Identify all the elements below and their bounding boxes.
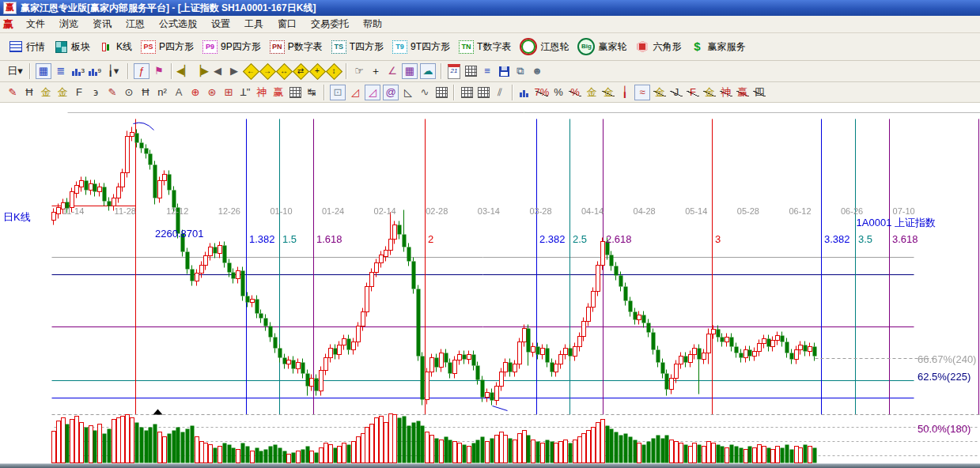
market-quotes-button[interactable]: 行情 — [5, 38, 49, 55]
calculator-button[interactable] — [463, 63, 479, 79]
width-adjust-button[interactable]: ↹ — [304, 85, 320, 100]
erase-angle-button[interactable]: A — [171, 85, 187, 100]
stat-bars-button[interactable] — [517, 85, 533, 100]
single-candle-dropdown[interactable]: ╽▾ — [103, 63, 123, 79]
bars-3-button[interactable]: 3 — [70, 63, 85, 79]
angle-button[interactable]: ∠ — [384, 63, 400, 79]
bars-9-button[interactable]: 9 — [86, 63, 102, 79]
candle-style-dropdown[interactable]: 日▾ — [5, 63, 25, 79]
last-page-button[interactable]: ▕▶ — [193, 63, 209, 79]
winner-service-button[interactable]: $赢家服务 — [686, 38, 749, 55]
ruler2-button[interactable]: Ħ — [138, 85, 153, 100]
menu-item-2[interactable]: 资讯 — [86, 16, 118, 32]
web-red-button[interactable]: ⊛ — [204, 85, 220, 100]
wave-button[interactable]: ∿ — [417, 85, 433, 100]
t-number-table-button[interactable]: TNT数字表 — [455, 39, 515, 55]
hexagon-button[interactable]: 六角形 — [631, 38, 685, 55]
sectors-button[interactable]: 板块 — [50, 38, 94, 55]
user-button[interactable]: ☻ — [529, 63, 545, 79]
9p-square-button[interactable]: P99P四方形 — [199, 39, 265, 55]
p-number-table-button[interactable]: PNP数字表 — [266, 39, 327, 55]
menu-item-3[interactable]: 江恩 — [119, 16, 151, 32]
wave-box-button[interactable]: ≈ — [634, 84, 651, 101]
grid-123-button[interactable] — [287, 85, 303, 100]
box-tool-button[interactable]: ⊡ — [329, 84, 346, 101]
diamond-left-button[interactable]: ← — [243, 63, 259, 79]
p-square-button[interactable]: PSP四方形 — [137, 39, 198, 55]
draw-brush2-button[interactable]: ✎ — [104, 85, 120, 100]
fan-black-button[interactable]: ◺ — [400, 85, 416, 100]
pct-button[interactable]: % — [551, 85, 566, 100]
9t-square-button[interactable]: T99T四方形 — [388, 39, 454, 55]
menu-item-6[interactable]: 工具 — [238, 16, 270, 32]
hand-button[interactable]: ☞ — [351, 63, 367, 79]
kline-chart-canvas[interactable] — [0, 103, 980, 468]
chart-window-button[interactable]: ▦ — [35, 62, 52, 80]
grid-b-button[interactable] — [475, 85, 491, 100]
diamond-expand-button[interactable]: + — [309, 63, 325, 79]
first-page-button[interactable]: ◀▏ — [176, 63, 192, 79]
diamond-expand2-button[interactable]: ↕ — [326, 63, 342, 79]
f-line-button[interactable]: F — [685, 85, 701, 100]
candle-flag-button[interactable]: ╽ — [617, 85, 633, 100]
ruler-hatch-button[interactable]: Ħ — [21, 85, 37, 100]
spiral-box-button[interactable]: @ — [382, 84, 399, 101]
gann-3-button[interactable]: ϶ — [88, 85, 104, 100]
menu-item-0[interactable]: 文件 — [20, 16, 51, 32]
calendar-button[interactable]: 21 — [446, 63, 462, 79]
gann-shen-button[interactable]: 神 — [254, 85, 270, 100]
diamond-compress-button[interactable]: ⇄ — [293, 63, 308, 79]
gann-f-button[interactable]: F — [71, 85, 87, 100]
t-square-button[interactable]: TST四方形 — [327, 39, 388, 55]
ying-line-button[interactable]: 赢 — [735, 85, 751, 100]
si-line-button[interactable]: 四 — [751, 85, 767, 100]
gann-wheel-button[interactable]: 江恩轮 — [516, 36, 573, 57]
menu-item-7[interactable]: 窗口 — [271, 16, 303, 32]
pct-red-button[interactable]: % — [567, 85, 583, 100]
gold-line3-button[interactable]: 金 — [702, 85, 717, 100]
lines3-button[interactable]: ⫽ — [492, 85, 508, 100]
crosshair-button[interactable]: ＋ — [368, 63, 384, 79]
gold-gann2-button[interactable]: 金 — [55, 85, 70, 100]
grid-red-button[interactable]: ⊞ — [221, 85, 236, 100]
gold-gann-button[interactable]: 金 — [38, 85, 54, 100]
kline-button[interactable]: K线 — [95, 38, 136, 55]
color-flag-button[interactable]: ⚑ — [151, 63, 167, 79]
gann-ying-button[interactable]: 赢 — [271, 85, 286, 100]
grid-a-button[interactable] — [459, 85, 475, 100]
fan-red-button[interactable]: ◿ — [347, 85, 363, 100]
menu-item-5[interactable]: 设置 — [205, 16, 236, 32]
title-bar[interactable]: 赢 赢家江恩专业版[赢家内部服务平台] - [上证指数 SH1A0001-167… — [0, 0, 980, 16]
n-square-button[interactable]: n² — [154, 85, 170, 100]
grid-purple-button[interactable] — [433, 85, 449, 100]
prev-button[interactable]: ◀ — [210, 63, 225, 79]
gold-line-button[interactable]: 金 — [600, 85, 616, 100]
diamond-right-button[interactable]: → — [259, 63, 275, 79]
save-button[interactable] — [496, 63, 512, 79]
fan-box-red-button[interactable]: ◿ — [364, 84, 381, 101]
gold-circle-button[interactable]: 金 — [584, 85, 600, 100]
draw-brush-button[interactable]: ✎ — [5, 85, 21, 100]
shen-line-button[interactable]: 神 — [718, 85, 734, 100]
menu-item-9[interactable]: 帮助 — [357, 16, 388, 32]
export-button[interactable]: ⧉ — [513, 63, 528, 79]
gold-line2-button[interactable]: 金 — [652, 85, 668, 100]
clock-circle-button[interactable]: ⊙ — [121, 85, 137, 100]
quote-doc-button[interactable]: ≣ — [53, 63, 69, 79]
notepad-button[interactable]: ≡ — [479, 63, 495, 79]
menu-item-8[interactable]: 交易委托 — [305, 16, 355, 32]
pct-line-button[interactable]: 7% — [534, 85, 550, 100]
gann-grid-button[interactable]: ▦ — [401, 62, 418, 80]
cloud-button[interactable]: ☁ — [419, 62, 437, 80]
j-line-button[interactable]: J — [668, 85, 684, 100]
target-red-button[interactable]: ⊕ — [187, 85, 203, 100]
diamond-hspan-button[interactable]: ↔ — [276, 63, 292, 79]
menu-item-4[interactable]: 公式选股 — [153, 16, 203, 32]
formula-button[interactable]: ƒ — [133, 62, 150, 80]
next-button[interactable]: ▶ — [226, 63, 242, 79]
gold-line3-icon: 金 — [702, 85, 717, 100]
k-note-button[interactable]: Ʇ" — [237, 85, 253, 100]
menu-item-1[interactable]: 浏览 — [53, 16, 85, 32]
winner-wheel-button[interactable]: Big赢家轮 — [573, 36, 630, 57]
gann-grid-icon: ▦ — [402, 63, 418, 79]
